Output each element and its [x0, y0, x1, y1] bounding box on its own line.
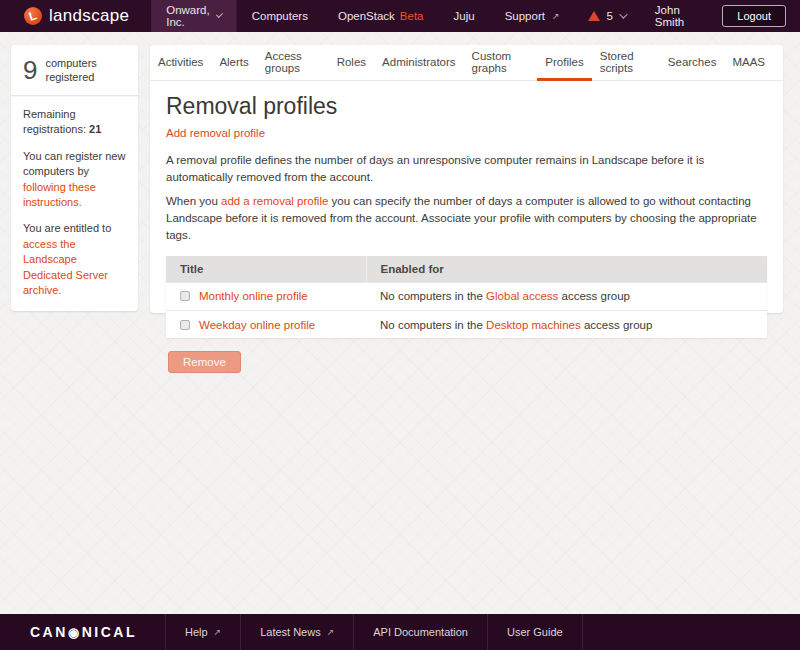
- tab-access-groups[interactable]: Access groups: [257, 45, 329, 81]
- profile-link[interactable]: Monthly online profile: [199, 290, 308, 302]
- chevron-down-icon: [216, 11, 223, 18]
- landscape-logo[interactable]: L landscape: [0, 0, 151, 32]
- landscape-logo-icon: L: [24, 7, 42, 25]
- nav-item-juju[interactable]: Juju: [439, 0, 490, 32]
- table-row: Monthly online profile No computers in t…: [166, 282, 767, 310]
- main-nav: Onward, Inc. Computers OpenStack Beta Ju…: [151, 0, 574, 32]
- profile-link[interactable]: Weekday online profile: [199, 319, 315, 331]
- nav-item-label: OpenStack: [338, 10, 395, 22]
- nav-item-computers[interactable]: Computers: [237, 0, 323, 32]
- sidebar-body: Remaining registrations: 21 You can regi…: [11, 96, 138, 311]
- tab-searches[interactable]: Searches: [660, 45, 725, 81]
- external-link-icon: ↗: [327, 627, 335, 637]
- footer-link-user-guide[interactable]: User Guide: [487, 614, 583, 650]
- table-row: Weekday online profile No computers in t…: [166, 310, 767, 338]
- registered-computers-summary: 9 computers registered: [11, 45, 138, 96]
- description-paragraph-1: A removal profile defines the number of …: [166, 152, 766, 185]
- tab-administrators[interactable]: Administrators: [374, 45, 464, 81]
- tab-custom-graphs[interactable]: Custom graphs: [464, 45, 538, 81]
- registered-count-label: computers registered: [45, 57, 128, 83]
- row-checkbox[interactable]: [180, 291, 190, 301]
- column-header-title: Title: [166, 256, 366, 282]
- tab-stored-scripts[interactable]: Stored scripts: [592, 45, 660, 81]
- access-group-link[interactable]: Global access: [486, 290, 558, 302]
- footer-links: Help↗ Latest News↗ API Documentation Use…: [165, 614, 583, 650]
- brand-name: landscape: [49, 6, 129, 26]
- user-name: John Smith: [639, 4, 716, 28]
- description-paragraph-2: When you add a removal profile you can s…: [166, 193, 766, 243]
- nav-item-label: Computers: [252, 10, 308, 22]
- nav-item-label: Onward, Inc.: [166, 4, 211, 28]
- page-title: Removal profiles: [166, 93, 767, 120]
- profile-title-cell: Monthly online profile: [166, 282, 366, 310]
- remaining-count: 21: [89, 123, 101, 135]
- add-removal-profile-inline-link[interactable]: add a removal profile: [221, 195, 328, 207]
- table-header-row: Title Enabled for: [166, 256, 767, 282]
- settings-tabbar: Activities Alerts Access groups Roles Ad…: [150, 45, 783, 81]
- canonical-o-icon: ◉: [68, 625, 82, 640]
- add-removal-profile-link[interactable]: Add removal profile: [166, 127, 265, 139]
- logout-button[interactable]: Logout: [722, 5, 786, 27]
- alert-triangle-icon: [588, 11, 600, 21]
- tab-profiles[interactable]: Profiles: [537, 45, 591, 81]
- nav-item-label: Juju: [454, 10, 475, 22]
- external-link-icon: ↗: [552, 11, 560, 21]
- nav-item-account[interactable]: Onward, Inc.: [151, 0, 236, 32]
- remove-button[interactable]: Remove: [168, 351, 241, 373]
- alerts-count: 5: [606, 10, 612, 22]
- alerts-dropdown[interactable]: 5: [574, 10, 638, 22]
- top-header: L landscape Onward, Inc. Computers OpenS…: [0, 0, 800, 32]
- beta-badge: Beta: [400, 10, 424, 22]
- access-group-link[interactable]: Desktop machines: [486, 319, 581, 331]
- main-panel: Activities Alerts Access groups Roles Ad…: [150, 45, 783, 313]
- chevron-down-icon: [619, 10, 627, 18]
- page-footer: CAN◉NICAL Help↗ Latest News↗ API Documen…: [0, 614, 800, 650]
- removal-profiles-table: Title Enabled for Monthly online profile…: [166, 256, 767, 338]
- footer-link-help[interactable]: Help↗: [165, 614, 240, 650]
- dedicated-server-archive-link[interactable]: access the Landscape Dedicated Server ar…: [23, 238, 108, 296]
- tab-roles[interactable]: Roles: [329, 45, 374, 81]
- footer-link-api-documentation[interactable]: API Documentation: [353, 614, 487, 650]
- enabled-for-cell: No computers in the Global access access…: [366, 282, 767, 310]
- row-checkbox[interactable]: [180, 320, 190, 330]
- external-link-icon: ↗: [214, 627, 222, 637]
- registration-sidebar: 9 computers registered Remaining registr…: [11, 45, 138, 311]
- enabled-for-cell: No computers in the Desktop machines acc…: [366, 310, 767, 338]
- tab-maas[interactable]: MAAS: [724, 45, 773, 81]
- tab-activities[interactable]: Activities: [150, 45, 211, 81]
- canonical-logo: CAN◉NICAL: [0, 614, 165, 650]
- register-instructions: You can register new computers by follow…: [23, 149, 127, 211]
- profile-title-cell: Weekday online profile: [166, 310, 366, 338]
- footer-link-latest-news[interactable]: Latest News↗: [240, 614, 353, 650]
- register-instructions-link[interactable]: following these instructions.: [23, 181, 96, 208]
- registered-count: 9: [23, 55, 37, 86]
- remaining-registrations: Remaining registrations: 21: [23, 107, 127, 138]
- nav-item-support[interactable]: Support ↗: [490, 0, 575, 32]
- tab-alerts[interactable]: Alerts: [211, 45, 256, 81]
- profiles-content: Removal profiles Add removal profile A r…: [150, 81, 783, 373]
- header-right: 5 John Smith Logout: [574, 0, 800, 32]
- nav-item-label: Support: [505, 10, 545, 22]
- nav-item-openstack[interactable]: OpenStack Beta: [323, 0, 439, 32]
- column-header-enabled-for: Enabled for: [366, 256, 767, 282]
- entitled-archive: You are entitled to access the Landscape…: [23, 221, 127, 298]
